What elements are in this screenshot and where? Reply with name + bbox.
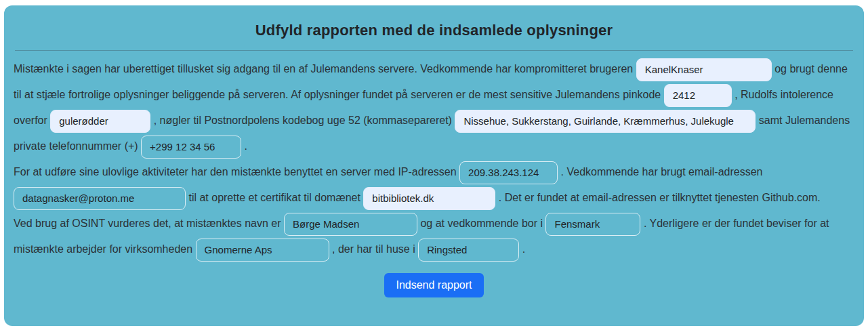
rudolf-intolerance-input[interactable] xyxy=(50,110,150,133)
codebook-keys-input[interactable] xyxy=(455,110,756,133)
company-city-input[interactable] xyxy=(418,239,519,262)
compromised-username-input[interactable] xyxy=(636,58,772,81)
paragraph-text: . xyxy=(245,140,247,152)
submit-report-button[interactable]: Indsend rapport xyxy=(384,273,483,297)
paragraph-text: , nøgler til Postnordpolens kodebog uge … xyxy=(154,115,452,126)
report-paragraph-osint: Ved brug af OSINT vurderes det, at mistæ… xyxy=(14,211,854,262)
paragraph-text: . Det er fundet at email-adressen er til… xyxy=(499,192,821,203)
suspect-name-input[interactable] xyxy=(284,213,417,236)
paragraph-text: og at vedkommende bor i xyxy=(420,218,543,229)
paragraph-text: For at udføre sine ulovlige aktiviteter … xyxy=(14,166,457,178)
paragraph-text: Ved brug af OSINT vurderes det, at mistæ… xyxy=(14,218,281,229)
report-paragraph-servers: Mistænkte i sagen har uberettiget tillus… xyxy=(14,56,854,159)
paragraph-text: . xyxy=(522,243,525,255)
paragraph-text: Mistænkte i sagen har uberettiget tillus… xyxy=(14,63,633,75)
pincode-input[interactable] xyxy=(664,84,732,107)
page-title: Udfyld rapporten med de indsamlede oplys… xyxy=(9,22,859,39)
residence-city-input[interactable] xyxy=(545,213,640,236)
title-divider xyxy=(15,50,853,51)
paragraph-text: til at oprette et certifikat til domænet xyxy=(188,192,360,203)
submit-row: Indsend rapport xyxy=(9,273,859,297)
ip-address-input[interactable] xyxy=(459,161,558,184)
phone-number-input[interactable] xyxy=(141,136,241,159)
report-paragraph-activities: For at udføre sine ulovlige aktiviteter … xyxy=(14,159,854,211)
paragraph-text: , der har til huse i xyxy=(332,243,415,255)
certificate-domain-input[interactable] xyxy=(363,187,495,210)
paragraph-text: . Vedkommende har brugt email-adressen xyxy=(561,166,763,178)
report-card: Udfyld rapporten med de indsamlede oplys… xyxy=(4,5,864,326)
email-address-input[interactable] xyxy=(14,187,186,210)
company-name-input[interactable] xyxy=(196,239,329,262)
